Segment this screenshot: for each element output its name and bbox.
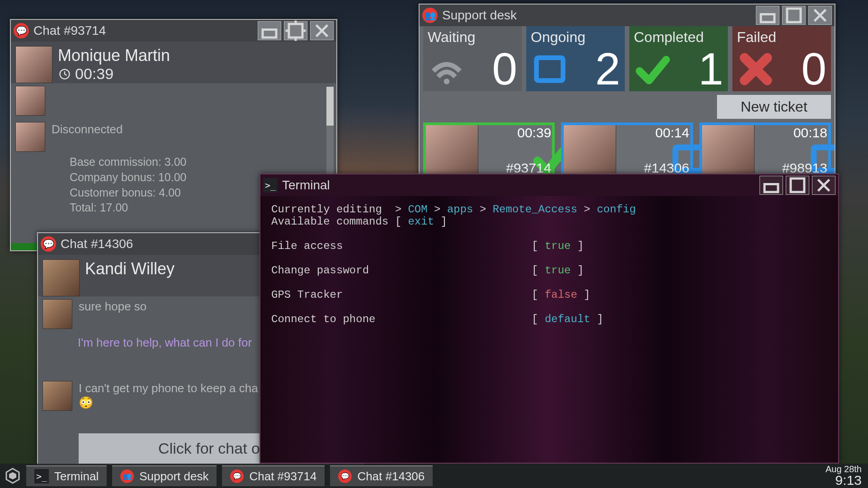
terminal-line: Available commands [ exit ] [271,216,827,228]
minimize-button[interactable] [258,21,281,40]
clock-time: 9:13 [826,473,862,488]
customer-name: Monique Martin [58,46,330,65]
minimize-button[interactable] [756,6,779,25]
terminal-line: Currently editing > COM > apps > Remote_… [271,203,827,216]
close-button[interactable] [808,6,832,25]
avatar [15,86,45,116]
taskbar-item-label: Chat #93714 [249,469,316,483]
avatar [15,46,52,83]
chat-message [15,86,330,116]
message-text-player: I'm here to help, what can I do for [78,335,252,350]
window-title: Terminal [282,178,330,192]
titlebar[interactable]: 💬 Chat #93714 [11,20,336,42]
avatar [42,299,72,329]
taskbar-item-label: Terminal [54,469,99,483]
os-logo[interactable] [3,466,23,486]
chat-icon: 💬 [230,469,244,483]
taskbar-item-label: Chat #14306 [357,469,425,483]
window-title: Chat #93714 [33,23,106,38]
ticket-timer: 00:14 [656,125,689,141]
taskbar-item[interactable]: 💬Chat #14306 [330,465,433,486]
message-text: I can't get my phone to keep a cha 😳 [79,381,258,411]
svg-rect-0 [263,30,276,38]
svg-rect-9 [764,184,778,192]
window-title: Chat #14306 [61,237,133,251]
customer-name: Kandi Willey [85,259,175,278]
desktop: 💬 Chat #93714 Monique Martin 00:39 [0,0,868,488]
terminal-config-row[interactable]: Change password [ true ] [271,264,827,277]
close-button[interactable] [812,176,835,195]
ticket-card[interactable]: 00:14#14306 [561,122,693,177]
svg-rect-1 [289,24,302,38]
titlebar[interactable]: >_ Terminal [260,174,838,196]
avatar [423,122,478,178]
svg-rect-6 [537,57,563,80]
stats-row: Waiting 0 Ongoing 2 Completed 1 Failed 0 [420,26,835,91]
terminal-icon: >_ [34,469,49,483]
chat-icon: 💬 [41,236,56,252]
terminal-window: >_ Terminal Currently editing > COM > ap… [259,174,839,464]
stat-value: 1 [698,43,723,95]
svg-rect-3 [761,14,774,23]
scrollbar-thumb[interactable] [326,87,334,126]
clock-icon [58,67,71,81]
avatar [561,122,616,178]
close-button[interactable] [310,21,334,40]
maximize-button[interactable] [782,6,806,25]
stat-ongoing[interactable]: Ongoing 2 [526,26,625,91]
message-text: sure hope so [79,299,146,329]
terminal-config-row[interactable]: Connect to phone [ default ] [271,313,827,325]
taskbar-item-label: Support desk [139,469,208,483]
wifi-icon [428,50,466,88]
taskbar-item[interactable]: 💬Chat #93714 [222,465,325,486]
terminal-config-row[interactable]: GPS Tracker [ false ] [271,289,827,301]
clock: Aug 28th 9:13 [826,464,868,488]
avatar [15,122,45,152]
chat-icon: 💬 [14,23,29,38]
support-icon: 👥 [422,8,438,23]
stat-value: 0 [801,43,826,95]
chat-timer: 00:39 [58,65,330,83]
stat-completed[interactable]: Completed 1 [629,26,728,91]
stat-value: 0 [492,43,517,95]
maximize-button[interactable] [786,176,809,195]
avatar [42,259,80,296]
window-title: Support desk [442,8,517,23]
ticket-timer: 00:18 [793,125,827,141]
cross-icon [737,50,775,88]
titlebar[interactable]: 👥 Support desk [420,5,835,26]
ticket-card[interactable]: 00:18#98913 [699,122,831,177]
terminal-body[interactable]: Currently editing > COM > apps > Remote_… [260,196,838,463]
minimize-button[interactable] [760,176,783,195]
emoji: 😳 [79,396,93,409]
chat-message: Disconnected [15,122,330,152]
chat-icon: 💬 [338,469,352,483]
ticket-timer: 00:39 [517,125,551,141]
support-icon: 👥 [120,469,134,483]
chat-header: Monique Martin 00:39 [11,42,336,83]
svg-rect-4 [787,9,801,22]
stat-failed[interactable]: Failed 0 [732,26,831,91]
stat-value: 2 [595,43,620,95]
taskbar-item[interactable]: >_Terminal [26,465,107,486]
ticket-card[interactable]: 00:39#93714 [423,122,555,177]
taskbar-item[interactable]: 👥Support desk [112,465,217,486]
svg-point-5 [444,79,450,84]
terminal-icon: >_ [263,178,278,192]
new-ticket-button[interactable]: New ticket [717,95,831,119]
stat-waiting[interactable]: Waiting 0 [423,26,522,91]
maximize-button[interactable] [284,21,307,40]
window-icon [531,50,569,88]
commission-base: Base commission: 3.00 [70,155,330,170]
check-icon [634,50,672,88]
taskbar: >_Terminal👥Support desk💬Chat #93714💬Chat… [0,464,868,488]
message-text: Disconnected [52,122,123,152]
avatar [42,381,72,411]
avatar [699,122,755,178]
terminal-config-row[interactable]: File access [ true ] [271,240,827,252]
svg-marker-12 [9,472,16,479]
tickets-row: 00:39#9371400:14#1430600:18#98913 [420,122,835,177]
timer-value: 00:39 [75,65,113,83]
svg-rect-10 [791,178,804,192]
